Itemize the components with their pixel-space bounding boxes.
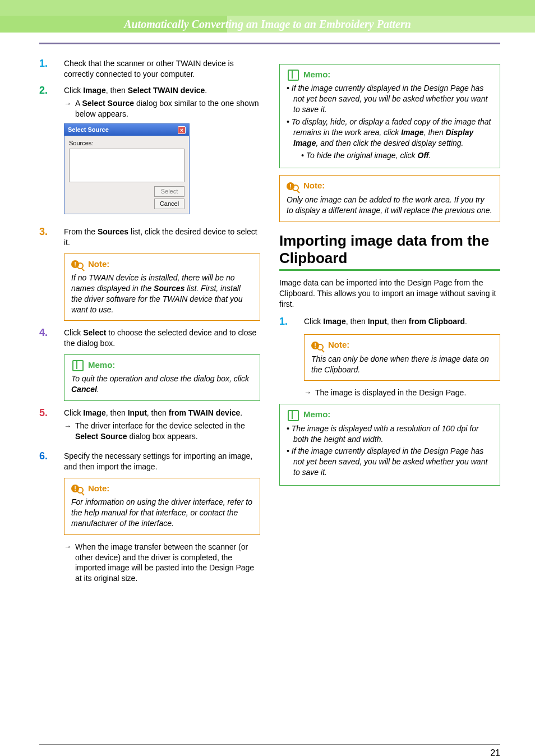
step-text: Click Select to choose the selected devi… bbox=[64, 328, 260, 349]
note-box: Note: For information on using the drive… bbox=[64, 478, 260, 535]
right-column: Memo: If the image currently displayed i… bbox=[279, 58, 500, 587]
dialog-titlebar: Select Source × bbox=[64, 124, 189, 136]
step-result: A Select Source dialog box similar to th… bbox=[64, 98, 260, 119]
arrow-icon bbox=[64, 421, 75, 442]
note-head: Note: bbox=[328, 339, 349, 351]
step-number: 2. bbox=[39, 85, 64, 221]
note-box: Note: Only one image can be added to the… bbox=[279, 175, 500, 222]
memo-box: Memo: The image is displayed with a reso… bbox=[279, 404, 500, 486]
memo-box: Memo: To quit the operation and close th… bbox=[64, 354, 260, 401]
memo-icon bbox=[287, 70, 299, 80]
page-number: 21 bbox=[490, 748, 500, 756]
select-source-dialog: Select Source × Sources: Select Cancel bbox=[64, 123, 190, 214]
step-6: 6. Specify the necessary settings for im… bbox=[39, 451, 260, 472]
section-heading: Importing image data from the Clipboard bbox=[279, 232, 500, 271]
step-number: 3. bbox=[39, 227, 64, 248]
sources-label: Sources: bbox=[69, 139, 185, 147]
step-4: 4. Click Select to choose the selected d… bbox=[39, 328, 260, 349]
page-header: Automatically Converting an Image to an … bbox=[0, 16, 535, 33]
memo-body: To quit the operation and close the dial… bbox=[71, 374, 253, 395]
arrow-icon bbox=[64, 542, 75, 584]
arrow-icon bbox=[64, 98, 75, 119]
step-result: The driver interface for the device sele… bbox=[64, 421, 260, 442]
step-text: From the Sources list, click the desired… bbox=[64, 227, 260, 248]
step-number: 1. bbox=[279, 316, 304, 329]
note-head: Note: bbox=[303, 180, 325, 191]
select-button[interactable]: Select bbox=[154, 186, 185, 197]
note-box: Note: If no TWAIN device is installed, t… bbox=[64, 253, 260, 321]
note-box: Note: This can only be done when there i… bbox=[304, 334, 500, 381]
step-number: 5. bbox=[39, 408, 64, 445]
step-number: 1. bbox=[39, 58, 64, 80]
note-body: Only one image can be added to the work … bbox=[287, 195, 493, 216]
arrow-icon bbox=[304, 388, 315, 398]
step-3: 3. From the Sources list, click the desi… bbox=[39, 227, 260, 248]
cancel-button[interactable]: Cancel bbox=[154, 199, 185, 209]
note-icon bbox=[311, 340, 324, 351]
note-head: Note: bbox=[88, 483, 109, 494]
step-1: 1. Click Image, then Input, then from Cl… bbox=[279, 316, 500, 329]
step-result: When the image transfer between the scan… bbox=[64, 542, 260, 584]
left-column: 1. Check that the scanner or other TWAIN… bbox=[39, 58, 260, 587]
header-band: Automatically Converting an Image to an … bbox=[0, 16, 535, 33]
top-bar bbox=[0, 0, 535, 16]
sources-list[interactable] bbox=[69, 149, 185, 182]
memo-body: The image is displayed with a resolution… bbox=[287, 423, 493, 478]
step-text: Click Image, then Input, then from TWAIN… bbox=[64, 408, 260, 418]
note-head: Note: bbox=[88, 259, 109, 270]
step-text: Click Image, then Input, then from Clipb… bbox=[304, 316, 500, 327]
memo-box: Memo: If the image currently displayed i… bbox=[279, 64, 500, 168]
page-footer: 21 bbox=[39, 744, 500, 756]
step-result: The image is displayed in the Design Pag… bbox=[304, 388, 500, 398]
note-body: For information on using the driver inte… bbox=[71, 497, 253, 529]
step-text: Check that the scanner or other TWAIN de… bbox=[64, 58, 260, 80]
memo-head: Memo: bbox=[303, 409, 330, 420]
note-icon bbox=[71, 259, 84, 269]
step-text: Specify the necessary settings for impor… bbox=[64, 451, 260, 472]
step-text: Click Image, then Select TWAIN device. bbox=[64, 85, 260, 96]
step-2: 2. Click Image, then Select TWAIN device… bbox=[39, 85, 260, 221]
memo-head: Memo: bbox=[303, 69, 330, 80]
note-icon bbox=[71, 483, 84, 494]
step-1: 1. Check that the scanner or other TWAIN… bbox=[39, 58, 260, 80]
note-body: This can only be done when there is imag… bbox=[311, 354, 493, 375]
dialog-title: Select Source bbox=[68, 126, 109, 134]
step-number: 6. bbox=[39, 451, 64, 472]
note-body: If no TWAIN device is installed, there w… bbox=[71, 273, 253, 315]
step-number: 4. bbox=[39, 328, 64, 349]
divider bbox=[39, 43, 500, 44]
note-icon bbox=[287, 181, 299, 191]
memo-body: If the image currently displayed in the … bbox=[287, 83, 493, 160]
step-5: 5. Click Image, then Input, then from TW… bbox=[39, 408, 260, 445]
memo-icon bbox=[71, 360, 84, 370]
section-intro: Image data can be imported into the Desi… bbox=[279, 278, 500, 310]
close-icon[interactable]: × bbox=[178, 126, 186, 134]
memo-icon bbox=[287, 410, 299, 420]
memo-head: Memo: bbox=[88, 359, 115, 371]
